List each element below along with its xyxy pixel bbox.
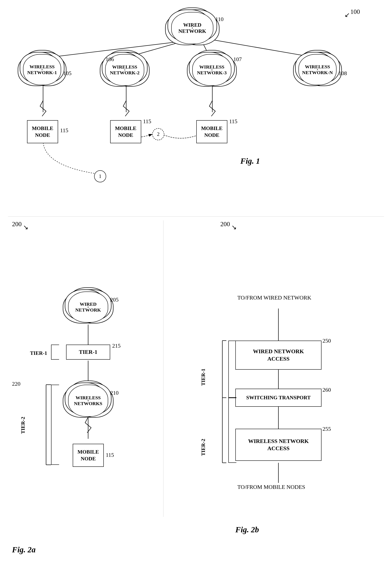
title-bottom-2b: TO/FROM MOBILE NODES: [237, 484, 305, 490]
wired-network-2a-cloud: WIRED NETWORK: [68, 291, 108, 323]
ref-106: 106: [106, 56, 114, 63]
fig2a-label: Fig. 2a: [12, 545, 36, 554]
tier1-label-2a: TIER-1: [30, 350, 47, 356]
svg-overlay: [0, 0, 392, 577]
tier2-bracket-2a: [51, 385, 59, 465]
ref-107: 107: [233, 56, 242, 63]
tier2-label-2b: TIER-2: [200, 439, 206, 456]
ref-105: 105: [63, 70, 71, 76]
marker-1: 1: [94, 170, 106, 182]
mobile-node-3-box: MOBILE NODE: [196, 120, 227, 143]
wireless-network-access-box: WIRELESS NETWORK ACCESS: [235, 429, 321, 461]
ref-115-1: 115: [60, 127, 68, 134]
marker-2: 2: [152, 128, 164, 140]
tier1-bracket-2a: [51, 345, 59, 360]
ref-100: 100: [350, 8, 360, 15]
wireless-network-n-cloud: WIRELESS NETWORK-N: [298, 54, 337, 85]
ref-200-2a: 200: [12, 220, 22, 228]
tier1-bracket-2b: [228, 341, 236, 398]
ref-260: 260: [322, 387, 331, 393]
wireless-network-3-cloud: WIRELESS NETWORK-3: [192, 54, 231, 86]
svg-line-3: [214, 40, 319, 58]
ref-210: 210: [110, 390, 119, 396]
wired-network-cloud: WIRED NETWORK: [171, 12, 213, 44]
ref-200-2a-arrow: ↘: [23, 223, 29, 231]
diagram-container: 100 ↙ WIRED NETWORK 110 WIRELESS NETWORK…: [0, 0, 392, 577]
tier1-box-2a: TIER-1: [66, 345, 110, 360]
tier2-label-2a: TIER-2: [20, 417, 26, 434]
ref-115-2a: 115: [106, 452, 114, 458]
wireless-networks-2a-cloud: WIRELESS NETWORKS: [68, 385, 108, 417]
mobile-node-1-box: MOBILE NODE: [27, 120, 58, 143]
ref-255: 255: [322, 426, 331, 432]
ref-200-2b-arrow: ↘: [231, 223, 237, 231]
switching-transport-box: SWITCHING TRANSPORT: [235, 389, 321, 407]
ref-215: 215: [112, 343, 121, 349]
wireless-network-1-cloud: WIRELESS NETWORK-1: [23, 54, 61, 85]
wired-network-access-box: WIRED NETWORK ACCESS: [235, 341, 321, 370]
ref-108: 108: [339, 70, 347, 76]
divider: [8, 216, 384, 217]
fig2b-label: Fig. 2b: [235, 525, 259, 534]
tier2-bracket-2b: [228, 398, 236, 463]
ref-200-2b: 200: [220, 220, 230, 228]
title-top-2b: TO/FROM WIRED NETWORK: [237, 294, 311, 301]
mobile-node-2a-box: MOBILE NODE: [73, 444, 104, 467]
ref-220: 220: [12, 381, 20, 387]
ref-110: 110: [215, 16, 223, 22]
ref-250: 250: [322, 338, 331, 344]
mobile-node-2-box: MOBILE NODE: [110, 120, 141, 143]
ref-205: 205: [110, 296, 119, 303]
ref-100-arrow: ↙: [345, 11, 350, 19]
tier1-label-2b: TIER-1: [200, 369, 206, 386]
ref-115-3: 115: [229, 118, 237, 125]
ref-115-2: 115: [143, 118, 151, 125]
fig1-label: Fig. 1: [240, 156, 260, 166]
